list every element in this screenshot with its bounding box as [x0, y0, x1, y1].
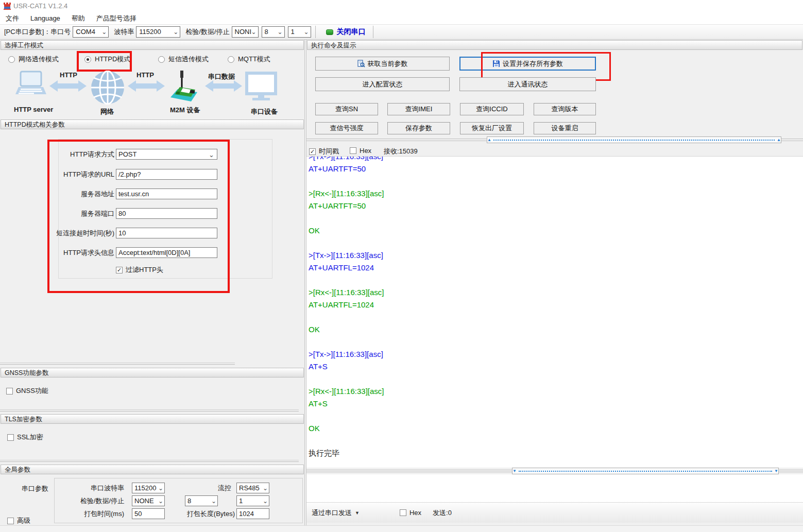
save-params-button[interactable]: 保存参数 — [387, 122, 450, 134]
node-label-serial-device: 串口设备 — [251, 107, 278, 116]
toolbar: [PC串口参数]：串口号 COM4⌄ 波特率 115200⌄ 检验/数据/停止 … — [0, 24, 803, 40]
send-via-serial-button[interactable]: 通过串口发送 ▼ — [312, 508, 360, 518]
filter-http-header-checkbox[interactable]: 过滤HTTP头 — [116, 265, 163, 274]
node-label-m2m: M2M 设备 — [170, 106, 200, 115]
radio-httpd-mode[interactable]: HTTPD模式 — [84, 55, 130, 64]
node-label-network: 网络 — [100, 107, 114, 116]
pc-serial-label: [PC串口参数]：串口号 — [4, 27, 71, 37]
ssl-checkbox[interactable]: SSL加密 — [7, 433, 43, 442]
http-url-label: HTTP请求的URL — [63, 169, 114, 180]
network-globe-icon — [91, 71, 125, 105]
reboot-button[interactable]: 设备重启 — [534, 122, 596, 134]
send-splitter-handle[interactable]: ▼ ▼ — [512, 468, 779, 474]
query-iccid-button[interactable]: 查询ICCID — [460, 103, 524, 115]
log-line — [309, 212, 803, 225]
http-method-select[interactable]: POST ⌄ — [116, 149, 217, 160]
log-line: >[Rx<-][11:16:33][asc] — [309, 286, 803, 299]
log-line — [309, 336, 803, 348]
radio-net-passthrough[interactable]: 网络透传模式 — [8, 55, 59, 64]
serial-databits-select[interactable]: 8 ⌄ — [185, 495, 218, 506]
set-save-params-button[interactable]: 设置并保存所有参数 — [459, 57, 596, 71]
factory-reset-button[interactable]: 恢复出厂设置 — [460, 122, 524, 134]
divider — [0, 409, 299, 411]
log-area[interactable]: >[Tx->][11:16:33][asc] AT+UARTFT=50 >[Rx… — [306, 156, 803, 468]
gnss-checkbox[interactable]: GNSS功能 — [6, 386, 48, 396]
menu-language[interactable]: Language — [25, 13, 66, 24]
radio-sms-passthrough[interactable]: 短信透传模式 — [158, 55, 209, 64]
close-port-button[interactable]: 关闭串口 — [326, 27, 366, 37]
advanced-checkbox[interactable]: 高级 — [7, 516, 30, 525]
log-line: >[Tx->][11:16:33][asc] — [309, 348, 803, 361]
menu-help[interactable]: 帮助 — [66, 13, 91, 24]
enter-comm-button[interactable]: 进入通讯状态 — [459, 77, 596, 91]
log-line — [309, 237, 803, 249]
http-header-label: HTTP请求头信息 — [63, 247, 114, 258]
dropdown-arrow-icon: ▼ — [355, 510, 360, 516]
send-hex-checkbox[interactable]: Hex — [400, 509, 421, 517]
log-line: 执行完毕 — [309, 447, 803, 459]
menu-bar: 文件 Language 帮助 产品型号选择 — [0, 13, 803, 24]
radio-icon — [8, 56, 15, 63]
log-line: >[Tx->][11:16:33][asc] — [309, 156, 803, 163]
radio-icon — [158, 56, 165, 63]
radio-icon — [228, 56, 234, 63]
checkbox-icon — [7, 518, 14, 524]
pack-length-label: 打包长度(Bytes) — [158, 508, 235, 519]
query-sn-button[interactable]: 查询SN — [315, 103, 378, 115]
log-line — [309, 274, 803, 286]
log-line: AT+UARTFT=50 — [309, 163, 803, 175]
checkbox-icon — [7, 434, 14, 441]
divider — [0, 363, 235, 365]
log-line: AT+S — [309, 361, 803, 373]
serial-params-box: 串口波特率 115200 ⌄ 流控 RS485 ⌄ 检验/数据/停止 NONE … — [54, 478, 303, 523]
timestamp-checkbox[interactable]: 时间戳 — [309, 147, 339, 156]
checkbox-icon — [350, 147, 356, 154]
log-splitter-handle[interactable]: ▲ ▲ — [487, 136, 781, 143]
collapse-arrow-icon: ▼ — [774, 469, 778, 473]
baud-label: 波特率 — [114, 27, 134, 37]
log-line — [309, 175, 803, 187]
radio-mqtt-mode[interactable]: MQTT模式 — [228, 55, 270, 64]
query-imei-button[interactable]: 查询IMEI — [387, 103, 450, 115]
log-line — [309, 435, 803, 447]
menu-file[interactable]: 文件 — [0, 13, 25, 24]
baud-select[interactable]: 115200⌄ — [136, 26, 180, 38]
databits-select[interactable]: 8⌄ — [262, 26, 285, 38]
serial-parity-select[interactable]: NONE ⌄ — [132, 495, 165, 506]
chevron-down-icon: ⌄ — [263, 484, 268, 493]
checkbox-icon — [309, 148, 316, 155]
server-address-input[interactable]: test.usr.cn — [116, 188, 217, 199]
parity-select[interactable]: NONI⌄ — [232, 26, 259, 38]
send-input-area[interactable] — [306, 474, 803, 502]
server-port-input[interactable]: 80 — [116, 208, 217, 219]
toolbar-separator — [373, 26, 373, 38]
com-port-select[interactable]: COM4⌄ — [73, 26, 109, 38]
short-conn-timeout-input[interactable]: 10 — [116, 228, 217, 238]
grip-dots — [493, 140, 775, 141]
log-line: AT+UARTFT=50 — [309, 200, 803, 212]
enter-config-button[interactable]: 进入配置状态 — [315, 77, 450, 91]
http-header-input[interactable]: Accept:text/html[0D][0A] — [116, 247, 217, 258]
chevron-down-icon: ⌄ — [173, 28, 178, 36]
flow-control-select[interactable]: RS485 ⌄ — [236, 483, 269, 493]
command-panel-header: 执行命令及提示 — [307, 40, 802, 50]
menu-product-model[interactable]: 产品型号选择 — [91, 13, 142, 24]
log-line — [309, 410, 803, 422]
log-line: OK — [309, 422, 803, 435]
window-title: USR-CAT1 V1.2.4 — [13, 2, 67, 10]
http-server-icon — [14, 71, 46, 99]
http-method-label: HTTP请求方式 — [70, 149, 114, 160]
pack-length-input[interactable]: 1024 — [236, 508, 269, 519]
recv-hex-checkbox[interactable]: Hex — [350, 147, 371, 155]
get-params-button[interactable]: 获取当前参数 — [315, 57, 450, 71]
query-signal-button[interactable]: 查信号强度 — [315, 122, 378, 134]
sent-count: 发送:0 — [433, 508, 452, 518]
http-url-input[interactable]: /2.php? — [116, 169, 217, 180]
link-label: 串口数据 — [208, 72, 235, 81]
serial-baud-select[interactable]: 115200 ⌄ — [132, 483, 165, 493]
serial-stopbits-select[interactable]: 1 ⌄ — [236, 495, 269, 506]
work-mode-header: 选择工作模式 — [1, 40, 304, 50]
link-label: HTTP — [136, 71, 154, 79]
stopbits-select[interactable]: 1⌄ — [288, 26, 311, 38]
query-version-button[interactable]: 查询版本 — [534, 103, 596, 115]
